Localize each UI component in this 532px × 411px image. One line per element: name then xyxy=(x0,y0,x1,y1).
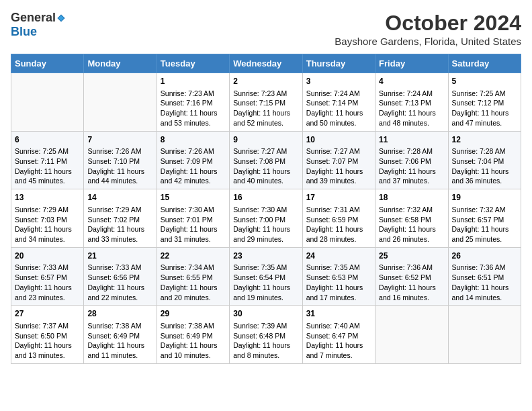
day-info: Sunset: 6:49 PM xyxy=(87,331,152,341)
day-info: Daylight: 11 hours and 42 minutes. xyxy=(161,167,226,186)
calendar-cell: 3Sunrise: 7:24 AMSunset: 7:14 PMDaylight… xyxy=(302,73,375,132)
calendar-cell: 30Sunrise: 7:39 AMSunset: 6:48 PMDayligh… xyxy=(230,306,302,364)
day-info: Daylight: 11 hours and 39 minutes. xyxy=(306,167,371,186)
day-info: Sunrise: 7:25 AM xyxy=(15,146,80,156)
day-info: Sunset: 7:16 PM xyxy=(161,98,226,108)
day-info: Sunrise: 7:28 AM xyxy=(452,146,517,156)
calendar-cell: 18Sunrise: 7:32 AMSunset: 6:58 PMDayligh… xyxy=(375,189,448,248)
day-info: Daylight: 11 hours and 28 minutes. xyxy=(306,224,371,244)
day-info: Sunrise: 7:30 AM xyxy=(161,205,226,215)
day-number: 22 xyxy=(161,250,226,262)
day-info: Sunrise: 7:28 AM xyxy=(379,146,444,156)
day-number: 10 xyxy=(306,134,371,146)
calendar-cell: 31Sunrise: 7:40 AMSunset: 6:47 PMDayligh… xyxy=(302,306,375,364)
day-info: Sunset: 7:00 PM xyxy=(233,215,298,225)
calendar-cell xyxy=(375,306,448,364)
calendar-cell: 16Sunrise: 7:30 AMSunset: 7:00 PMDayligh… xyxy=(230,189,302,248)
calendar-cell: 27Sunrise: 7:37 AMSunset: 6:50 PMDayligh… xyxy=(11,306,84,364)
calendar-cell: 12Sunrise: 7:28 AMSunset: 7:04 PMDayligh… xyxy=(448,131,521,189)
day-number: 7 xyxy=(87,134,152,146)
day-of-week-header: Monday xyxy=(84,54,157,73)
day-info: Sunset: 7:14 PM xyxy=(306,98,371,108)
day-info: Sunrise: 7:29 AM xyxy=(15,205,80,215)
day-of-week-header: Thursday xyxy=(302,54,375,73)
day-number: 16 xyxy=(233,192,298,203)
logo: General Blue xyxy=(11,11,66,39)
day-info: Sunrise: 7:26 AM xyxy=(87,146,152,156)
day-info: Sunset: 7:08 PM xyxy=(233,156,298,167)
day-info: Daylight: 11 hours and 20 minutes. xyxy=(161,283,226,302)
day-info: Daylight: 11 hours and 14 minutes. xyxy=(452,283,517,302)
calendar-week-row: 27Sunrise: 7:37 AMSunset: 6:50 PMDayligh… xyxy=(11,306,521,364)
day-info: Daylight: 11 hours and 8 minutes. xyxy=(233,340,298,360)
day-info: Daylight: 11 hours and 36 minutes. xyxy=(452,167,517,186)
day-info: Sunrise: 7:29 AM xyxy=(87,205,152,215)
calendar-cell: 28Sunrise: 7:38 AMSunset: 6:49 PMDayligh… xyxy=(84,306,157,364)
day-number: 15 xyxy=(161,192,226,203)
day-info: Daylight: 11 hours and 23 minutes. xyxy=(15,283,80,302)
day-info: Sunrise: 7:32 AM xyxy=(452,205,517,215)
day-info: Sunset: 7:10 PM xyxy=(87,156,152,167)
day-info: Daylight: 11 hours and 19 minutes. xyxy=(233,283,298,302)
day-info: Sunset: 7:07 PM xyxy=(306,156,371,167)
day-info: Sunrise: 7:39 AM xyxy=(233,321,298,331)
day-info: Daylight: 11 hours and 29 minutes. xyxy=(233,224,298,244)
month-title: October 2024 xyxy=(335,11,521,36)
day-info: Daylight: 11 hours and 53 minutes. xyxy=(161,108,226,128)
day-number: 9 xyxy=(233,134,298,146)
day-info: Daylight: 11 hours and 40 minutes. xyxy=(233,167,298,186)
calendar-cell: 25Sunrise: 7:36 AMSunset: 6:52 PMDayligh… xyxy=(375,247,448,306)
calendar-cell: 29Sunrise: 7:38 AMSunset: 6:49 PMDayligh… xyxy=(157,306,229,364)
calendar-cell: 14Sunrise: 7:29 AMSunset: 7:02 PMDayligh… xyxy=(84,189,157,248)
calendar-cell xyxy=(84,73,157,132)
logo-icon xyxy=(56,13,66,23)
day-info: Daylight: 11 hours and 22 minutes. xyxy=(87,283,152,302)
calendar-week-row: 1Sunrise: 7:23 AMSunset: 7:16 PMDaylight… xyxy=(11,73,521,132)
day-info: Sunrise: 7:27 AM xyxy=(306,146,371,156)
day-of-week-header: Saturday xyxy=(448,54,521,73)
day-info: Daylight: 11 hours and 11 minutes. xyxy=(87,340,152,360)
calendar-week-row: 20Sunrise: 7:33 AMSunset: 6:57 PMDayligh… xyxy=(11,247,521,306)
day-number: 5 xyxy=(452,76,517,87)
day-number: 25 xyxy=(379,250,444,262)
calendar-cell: 26Sunrise: 7:36 AMSunset: 6:51 PMDayligh… xyxy=(448,247,521,306)
calendar-cell: 24Sunrise: 7:35 AMSunset: 6:53 PMDayligh… xyxy=(302,247,375,306)
day-info: Daylight: 11 hours and 31 minutes. xyxy=(161,224,226,244)
day-info: Sunset: 6:58 PM xyxy=(379,215,444,225)
logo-general-text: General xyxy=(11,11,56,25)
day-number: 8 xyxy=(161,134,226,146)
day-of-week-header: Sunday xyxy=(11,54,84,73)
day-info: Daylight: 11 hours and 7 minutes. xyxy=(306,340,371,360)
calendar-cell: 13Sunrise: 7:29 AMSunset: 7:03 PMDayligh… xyxy=(11,189,84,248)
day-info: Sunrise: 7:24 AM xyxy=(306,89,371,99)
day-info: Sunrise: 7:32 AM xyxy=(379,205,444,215)
day-info: Sunset: 6:54 PM xyxy=(233,273,298,283)
day-number: 3 xyxy=(306,76,371,87)
day-info: Sunrise: 7:30 AM xyxy=(233,205,298,215)
day-info: Daylight: 11 hours and 13 minutes. xyxy=(15,340,80,360)
calendar-cell: 1Sunrise: 7:23 AMSunset: 7:16 PMDaylight… xyxy=(157,73,229,132)
calendar-cell: 4Sunrise: 7:24 AMSunset: 7:13 PMDaylight… xyxy=(375,73,448,132)
day-number: 28 xyxy=(87,308,152,320)
day-info: Sunrise: 7:37 AM xyxy=(15,321,80,331)
day-info: Sunset: 7:09 PM xyxy=(161,156,226,167)
day-info: Sunset: 7:12 PM xyxy=(452,98,517,108)
day-info: Daylight: 11 hours and 45 minutes. xyxy=(15,167,80,186)
day-info: Sunrise: 7:23 AM xyxy=(161,89,226,99)
day-info: Sunset: 6:57 PM xyxy=(452,215,517,225)
day-number: 12 xyxy=(452,134,517,146)
calendar-cell: 22Sunrise: 7:34 AMSunset: 6:55 PMDayligh… xyxy=(157,247,229,306)
day-info: Sunrise: 7:38 AM xyxy=(87,321,152,331)
day-info: Daylight: 11 hours and 16 minutes. xyxy=(379,283,444,302)
day-number: 31 xyxy=(306,308,371,320)
day-info: Sunset: 7:15 PM xyxy=(233,98,298,108)
day-of-week-header: Wednesday xyxy=(230,54,302,73)
day-info: Sunset: 6:59 PM xyxy=(306,215,371,225)
calendar-week-row: 6Sunrise: 7:25 AMSunset: 7:11 PMDaylight… xyxy=(11,131,521,189)
day-number: 20 xyxy=(15,250,80,262)
day-info: Daylight: 11 hours and 50 minutes. xyxy=(306,108,371,128)
day-info: Sunset: 7:03 PM xyxy=(15,215,80,225)
calendar-cell xyxy=(448,306,521,364)
day-number: 27 xyxy=(15,308,80,320)
day-info: Sunrise: 7:35 AM xyxy=(306,263,371,273)
